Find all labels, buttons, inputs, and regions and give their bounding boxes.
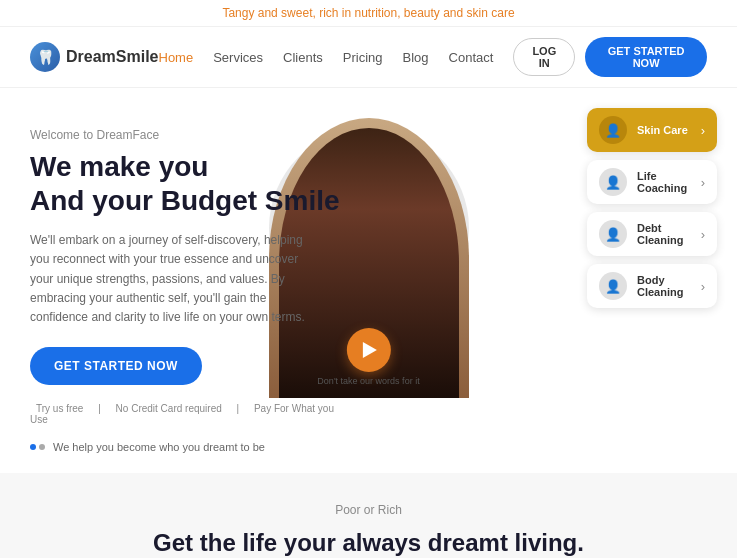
body-cleaning-icon: 👤 (599, 272, 627, 300)
service-card-life-coaching[interactable]: 👤 Life Coaching › (587, 160, 717, 204)
skin-care-label: Skin Care (637, 124, 691, 136)
life-coaching-label: Life Coaching (637, 170, 691, 194)
hero-title-line1: We make you (30, 151, 208, 182)
logo-text: DreamSmile (66, 48, 159, 66)
skin-care-arrow-icon: › (701, 123, 705, 138)
debt-cleaning-label: Debt Cleaning (637, 222, 691, 246)
nav-clients-link[interactable]: Clients (283, 50, 323, 65)
nav-contact[interactable]: Contact (449, 48, 494, 66)
debt-cleaning-icon: 👤 (599, 220, 627, 248)
helper-dots (30, 444, 45, 450)
body-cleaning-arrow-icon: › (701, 279, 705, 294)
banner-text: Tangy and sweet, rich in nutrition, beau… (222, 6, 514, 20)
life-coaching-icon: 👤 (599, 168, 627, 196)
nav-contact-link[interactable]: Contact (449, 50, 494, 65)
helper-row: We help you become who you dreamt to be (30, 441, 350, 453)
dot-1 (30, 444, 36, 450)
life-coaching-arrow-icon: › (701, 175, 705, 190)
nav-links: Home Services Clients Pricing Blog Conta… (159, 48, 494, 66)
hero-subtitle: Welcome to DreamFace (30, 128, 350, 142)
hero-title: We make you And your Budget Smile (30, 150, 350, 217)
hero-sub-texts: Try us free | No Credit Card required | … (30, 403, 350, 425)
top-banner: Tangy and sweet, rich in nutrition, beau… (0, 0, 737, 27)
separator-2: | (237, 403, 242, 414)
debt-cleaning-arrow-icon: › (701, 227, 705, 242)
logo[interactable]: 🦷 DreamSmile (30, 42, 159, 72)
service-card-body-cleaning[interactable]: 👤 Body Cleaning › (587, 264, 717, 308)
get-started-button[interactable]: GET STARTED NOW (30, 347, 202, 385)
nav-buttons: LOG IN GET STARTED NOW (513, 37, 707, 77)
section-two-title: Get the life your always dreamt living. (30, 527, 707, 558)
hero-title-line2: And your Budget Smile (30, 185, 340, 216)
service-card-skin-care[interactable]: 👤 Skin Care › (587, 108, 717, 152)
nav-services[interactable]: Services (213, 48, 263, 66)
nav-blog[interactable]: Blog (403, 48, 429, 66)
nav-home-link[interactable]: Home (159, 50, 194, 65)
play-button[interactable] (346, 328, 390, 372)
body-cleaning-label: Body Cleaning (637, 274, 691, 298)
section-two: Poor or Rich Get the life your always dr… (0, 473, 737, 558)
service-cards-panel: 👤 Skin Care › 👤 Life Coaching › 👤 Debt C… (587, 108, 717, 308)
helper-text: We help you become who you dreamt to be (53, 441, 265, 453)
nav-blog-link[interactable]: Blog (403, 50, 429, 65)
separator-1: | (98, 403, 103, 414)
get-started-nav-button[interactable]: GET STARTED NOW (585, 37, 707, 77)
hero-sub-text-1: Try us free (36, 403, 83, 414)
hero-left: Welcome to DreamFace We make you And you… (30, 118, 350, 453)
hero-sub-text-2: No Credit Card required (116, 403, 222, 414)
nav-pricing[interactable]: Pricing (343, 48, 383, 66)
nav-clients[interactable]: Clients (283, 48, 323, 66)
nav-pricing-link[interactable]: Pricing (343, 50, 383, 65)
nav-home[interactable]: Home (159, 48, 194, 66)
hero-description: We'll embark on a journey of self-discov… (30, 231, 310, 327)
service-card-debt-cleaning[interactable]: 👤 Debt Cleaning › (587, 212, 717, 256)
login-button[interactable]: LOG IN (513, 38, 575, 76)
navbar: 🦷 DreamSmile Home Services Clients Prici… (0, 27, 737, 88)
nav-services-link[interactable]: Services (213, 50, 263, 65)
section-two-label: Poor or Rich (30, 503, 707, 517)
hero-section: Welcome to DreamFace We make you And you… (0, 88, 737, 473)
logo-icon: 🦷 (30, 42, 60, 72)
skin-care-icon: 👤 (599, 116, 627, 144)
dot-2 (39, 444, 45, 450)
